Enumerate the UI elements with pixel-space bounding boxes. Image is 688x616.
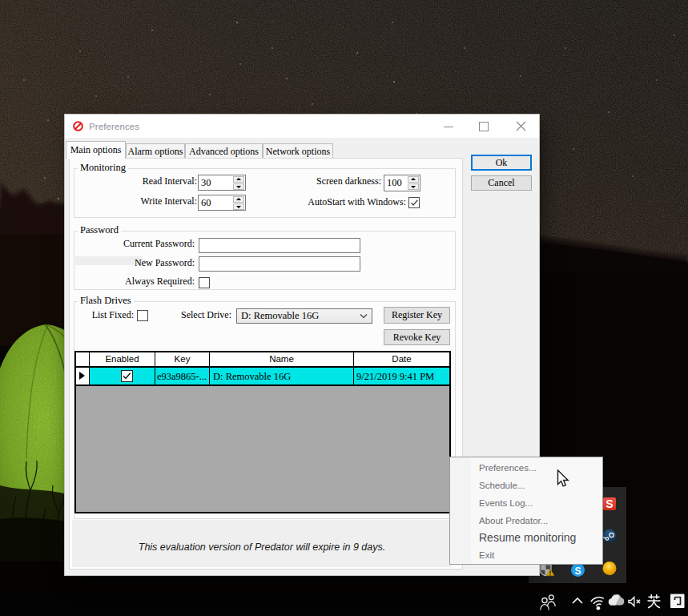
svg-text:S: S [574,566,581,577]
svg-text:S: S [606,497,613,510]
